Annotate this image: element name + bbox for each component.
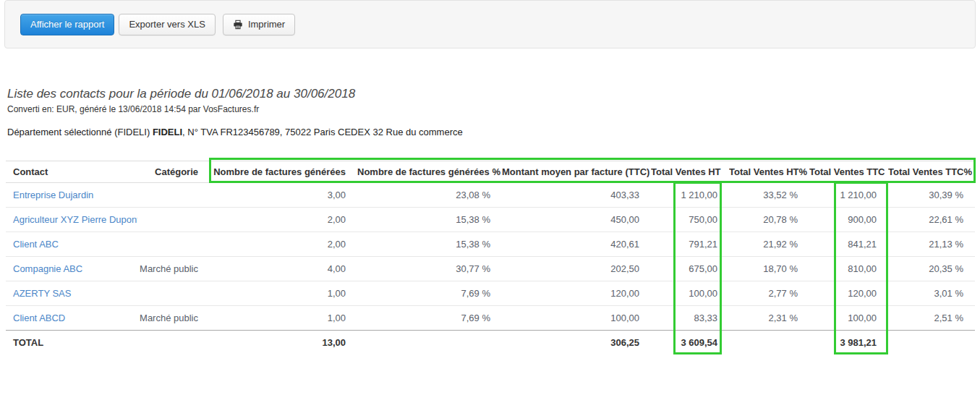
show-report-button[interactable]: Afficher le rapport — [20, 14, 114, 35]
value-cell — [137, 232, 210, 257]
value-cell: Marché public — [137, 306, 210, 331]
total-value-cell: 13,00 — [210, 331, 357, 355]
value-cell: 21,13 % — [888, 232, 975, 257]
total-value-cell: 3 609,54 — [651, 331, 729, 355]
value-cell: 202,50 — [502, 257, 651, 281]
value-cell: 1 210,00 — [809, 183, 888, 208]
table-row: AZERTY SAS1,007,69 %120,00100,002,77 %12… — [6, 281, 975, 306]
value-cell: 403,33 — [502, 183, 651, 208]
value-cell: 900,00 — [809, 208, 888, 232]
report-department-line: Département sélectionné (FIDELI) FIDELI,… — [7, 127, 463, 137]
total-row: TOTAL13,00306,253 609,543 981,21 — [6, 331, 975, 355]
value-cell: 30,39 % — [888, 183, 975, 208]
total-value-cell — [357, 331, 502, 355]
contact-link[interactable]: Client ABC — [13, 239, 59, 250]
total-value-cell: 306,25 — [502, 331, 651, 355]
total-label-cell: TOTAL — [6, 331, 137, 355]
value-cell: 7,69 % — [357, 281, 502, 306]
toolbar: Afficher le rapport Exporter vers XLS Im… — [4, 0, 976, 48]
contacts-report-table-wrap: ContactCatégorieNombre de factures génér… — [6, 161, 975, 354]
column-header-5: Montant moyen par facture (TTC) — [502, 161, 651, 183]
column-header-7: Total Ventes HT% — [729, 161, 809, 183]
column-header-6: Total Ventes HT — [651, 161, 729, 183]
value-cell: 83,33 — [651, 306, 729, 331]
total-value-cell: 3 981,21 — [809, 331, 888, 355]
contacts-report-table: ContactCatégorieNombre de factures génér… — [6, 161, 975, 354]
table-row: Agriculteur XYZ Pierre Dupont2,0015,38 %… — [6, 208, 975, 232]
value-cell: 841,21 — [809, 232, 888, 257]
value-cell: 100,00 — [809, 306, 888, 331]
column-header-3: Nombre de factures générées — [210, 161, 357, 183]
column-header-8: Total Ventes TTC — [809, 161, 888, 183]
total-value-cell — [729, 331, 809, 355]
value-cell: 450,00 — [502, 208, 651, 232]
report-header: Liste des contacts pour la période du 01… — [7, 86, 463, 137]
value-cell: 30,77 % — [357, 257, 502, 281]
report-subtitle: Converti en: EUR, généré le 13/06/2018 1… — [7, 104, 463, 114]
department-name: FIDELI — [153, 127, 182, 137]
contact-cell: Entreprise Dujardin — [6, 183, 137, 208]
contact-cell: AZERTY SAS — [6, 281, 137, 306]
value-cell: 120,00 — [502, 281, 651, 306]
value-cell: 2,51 % — [888, 306, 975, 331]
contact-link[interactable]: AZERTY SAS — [13, 288, 71, 299]
value-cell: 675,00 — [651, 257, 729, 281]
value-cell — [137, 183, 210, 208]
print-button[interactable]: Imprimer — [223, 14, 295, 35]
contact-cell: Compagnie ABC — [6, 257, 137, 281]
value-cell: 2,31 % — [729, 306, 809, 331]
value-cell: Marché public — [137, 257, 210, 281]
column-header-1: Contact — [6, 161, 137, 183]
column-header-4: Nombre de factures générées % — [357, 161, 502, 183]
total-value-cell — [888, 331, 975, 355]
value-cell: 2,77 % — [729, 281, 809, 306]
value-cell: 22,61 % — [888, 208, 975, 232]
table-header-row: ContactCatégorieNombre de factures génér… — [6, 161, 975, 183]
value-cell: 1,00 — [210, 281, 357, 306]
value-cell: 120,00 — [809, 281, 888, 306]
value-cell: 2,00 — [210, 208, 357, 232]
value-cell: 420,61 — [502, 232, 651, 257]
contact-link[interactable]: Entreprise Dujardin — [13, 190, 93, 200]
contact-cell: Agriculteur XYZ Pierre Dupont — [6, 208, 137, 232]
value-cell: 2,00 — [210, 232, 357, 257]
value-cell: 100,00 — [651, 281, 729, 306]
department-prefix: Département sélectionné (FIDELI) — [7, 127, 153, 137]
print-button-label: Imprimer — [248, 19, 285, 30]
value-cell: 33,52 % — [729, 183, 809, 208]
report-page: Afficher le rapport Exporter vers XLS Im… — [0, 0, 980, 395]
value-cell: 1 210,00 — [651, 183, 729, 208]
contact-link[interactable]: Client ABCD — [13, 313, 65, 323]
table-row: Compagnie ABCMarché public4,0030,77 %202… — [6, 257, 975, 281]
value-cell: 15,38 % — [357, 208, 502, 232]
value-cell: 15,38 % — [357, 232, 502, 257]
value-cell: 810,00 — [809, 257, 888, 281]
value-cell: 791,21 — [651, 232, 729, 257]
value-cell: 3,01 % — [888, 281, 975, 306]
value-cell: 1,00 — [210, 306, 357, 331]
table-row: Client ABCDMarché public1,007,69 %100,00… — [6, 306, 975, 331]
value-cell: 20,35 % — [888, 257, 975, 281]
contact-link[interactable]: Compagnie ABC — [13, 263, 82, 274]
value-cell: 23,08 % — [357, 183, 502, 208]
value-cell: 3,00 — [210, 183, 357, 208]
total-value-cell — [137, 331, 210, 355]
value-cell — [137, 208, 210, 232]
table-row: Entreprise Dujardin3,0023,08 %403,331 21… — [6, 183, 975, 208]
value-cell — [137, 281, 210, 306]
value-cell: 750,00 — [651, 208, 729, 232]
value-cell: 7,69 % — [357, 306, 502, 331]
table-row: Client ABC2,0015,38 %420,61791,2121,92 %… — [6, 232, 975, 257]
column-header-2: Catégorie — [137, 161, 210, 183]
export-xls-button[interactable]: Exporter vers XLS — [119, 14, 216, 35]
value-cell: 18,70 % — [729, 257, 809, 281]
column-header-9: Total Ventes TTC% — [888, 161, 975, 183]
value-cell: 4,00 — [210, 257, 357, 281]
value-cell: 21,92 % — [729, 232, 809, 257]
value-cell: 20,78 % — [729, 208, 809, 232]
value-cell: 100,00 — [502, 306, 651, 331]
department-address: , N° TVA FR123456789, 75022 Paris CEDEX … — [182, 127, 463, 137]
contact-cell: Client ABCD — [6, 306, 137, 331]
contact-link[interactable]: Agriculteur XYZ Pierre Dupont — [13, 214, 137, 225]
report-title: Liste des contacts pour la période du 01… — [7, 86, 463, 101]
